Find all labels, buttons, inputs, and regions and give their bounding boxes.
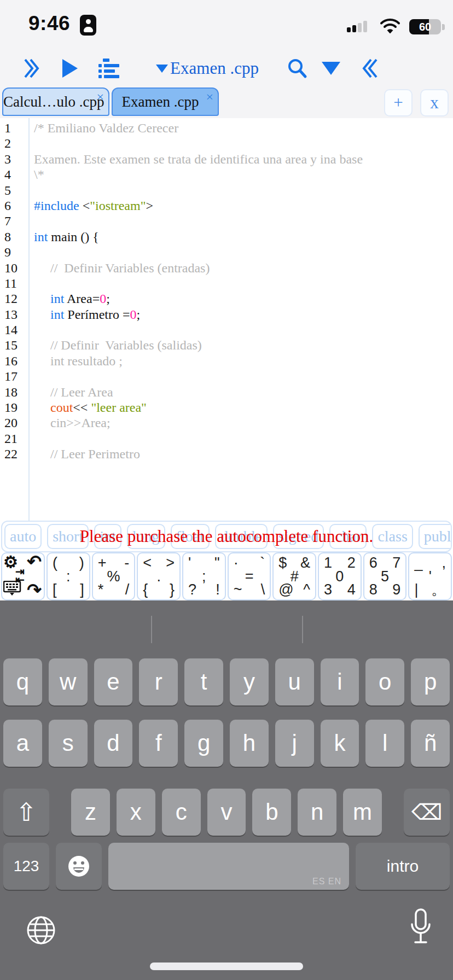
code-line: 20cin>>Area; (0, 415, 453, 430)
cellular-signal-icon (347, 21, 367, 32)
code-editor[interactable]: 1/* Emiliano Valdez Cerecer23Examen. Est… (0, 118, 453, 521)
tab-calcul-ulo-cpp[interactable]: Calcul…ulo .cpp× (2, 88, 109, 116)
tab-close-icon[interactable]: × (206, 90, 213, 104)
search-button[interactable] (287, 49, 307, 88)
symbol-c: 5 (381, 569, 389, 584)
key-y[interactable]: y (230, 658, 269, 705)
key-q[interactable]: q (3, 658, 42, 705)
autocomplete-chip-long[interactable]: long (127, 524, 165, 549)
symbol-key[interactable]: 67589 (363, 552, 407, 600)
symbol-tl: · (234, 556, 239, 570)
line-number: 20 (0, 415, 28, 430)
key-a[interactable]: a (3, 720, 42, 767)
current-file-name: Examen .cpp (170, 59, 259, 78)
autocomplete-chip-short[interactable]: short (47, 524, 89, 549)
autocomplete-chip-auto[interactable]: auto (4, 524, 42, 549)
numbers-key[interactable]: 123 (3, 843, 49, 890)
line-number: 11 (0, 276, 28, 291)
symbol-key[interactable]: ·`=~\ (228, 552, 271, 600)
home-indicator[interactable] (150, 962, 303, 970)
backspace-key[interactable]: ⌫ (404, 789, 450, 836)
key-n[interactable]: n (298, 789, 336, 836)
add-tab-button[interactable]: + (384, 89, 413, 116)
key-ñ[interactable]: ñ (411, 720, 450, 767)
key-o[interactable]: o (365, 658, 404, 705)
close-tabs-button[interactable]: x (420, 89, 449, 116)
emoji-key[interactable] (56, 843, 102, 890)
shift-key[interactable]: ⇧ (3, 789, 49, 836)
key-d[interactable]: d (94, 720, 133, 767)
key-t[interactable]: t (184, 658, 223, 705)
code-line: 17 (0, 369, 453, 384)
current-file-dropdown[interactable]: Examen .cpp (126, 49, 289, 88)
tab-bar: Calcul…ulo .cpp×Examen .cpp× + x (0, 88, 453, 118)
key-v[interactable]: v (207, 789, 246, 836)
symbol-key[interactable]: ():[] (47, 552, 90, 600)
double-chevron-right-icon[interactable] (23, 49, 39, 88)
symbol-tr: ` (260, 556, 265, 570)
key-j[interactable]: j (275, 720, 314, 767)
key-h[interactable]: h (230, 720, 269, 767)
autocomplete-chip-double[interactable]: double (215, 524, 268, 549)
key-k[interactable]: k (321, 720, 359, 767)
code-line: 16int resultado ; (0, 353, 453, 369)
key-z[interactable]: z (71, 789, 110, 836)
key-p[interactable]: p (411, 658, 450, 705)
double-chevron-left-icon[interactable] (362, 49, 379, 88)
autocomplete-chip-float[interactable]: float (171, 524, 210, 549)
symbol-key[interactable]: <>.{} (137, 552, 181, 600)
symbol-tr: 2 (347, 556, 356, 570)
autocomplete-chip-class[interactable]: class (372, 524, 413, 549)
redo-icon[interactable]: ↷ (27, 580, 42, 600)
key-c[interactable]: c (162, 789, 201, 836)
autocomplete-chip-char[interactable]: char (329, 524, 367, 549)
key-i[interactable]: i (321, 658, 359, 705)
key-s[interactable]: s (49, 720, 88, 767)
autocomplete-chip-signed[interactable]: signed (273, 524, 324, 549)
editor-toolbar: Examen .cpp (0, 49, 453, 88)
key-f[interactable]: f (139, 720, 178, 767)
line-number: 14 (0, 322, 28, 337)
hide-keyboard-icon[interactable] (3, 581, 22, 598)
autocomplete-bar: autoshortintlongfloatdoublesignedcharcla… (1, 521, 452, 552)
dropdown-triangle-icon (156, 65, 168, 73)
key-l[interactable]: l (365, 720, 404, 767)
autocomplete-chip-public[interactable]: public (419, 524, 452, 549)
symbol-key[interactable]: 12034 (318, 552, 362, 600)
key-g[interactable]: g (184, 720, 223, 767)
kb-row-3: ⇧ zxcvbnm ⌫ (0, 789, 453, 836)
dictation-mic-key[interactable] (408, 908, 433, 952)
jump-down-button[interactable] (322, 49, 340, 88)
tab-examen-cpp[interactable]: Examen .cpp× (112, 88, 219, 116)
code-lines: 1/* Emiliano Valdez Cerecer23Examen. Est… (0, 120, 453, 462)
space-key[interactable]: ES EN (108, 843, 349, 890)
key-e[interactable]: e (94, 658, 133, 705)
symbol-key[interactable]: _,'|。 (408, 552, 452, 600)
symbol-key[interactable]: +-%*/ (92, 552, 136, 600)
code-line: 13int Perímetro =0; (0, 307, 453, 322)
key-u[interactable]: u (275, 658, 314, 705)
globe-key[interactable] (25, 914, 57, 948)
key-r[interactable]: r (139, 658, 178, 705)
undo-icon[interactable]: ↶ (27, 551, 42, 572)
code-text: Examen. Este examen se trata de identifi… (34, 151, 363, 167)
symbol-list-button[interactable] (98, 49, 119, 88)
run-button[interactable] (62, 49, 78, 88)
line-number: 9 (0, 244, 28, 260)
code-text: int Area=0; (50, 291, 110, 306)
play-icon (62, 59, 78, 78)
symbol-key[interactable]: '";?! (182, 552, 226, 600)
symbol-key[interactable]: $&#@^ (272, 552, 316, 600)
symbol-bl: ~ (234, 582, 242, 597)
line-number: 16 (0, 353, 28, 369)
key-b[interactable]: b (252, 789, 291, 836)
symbol-tl: $ (278, 556, 287, 570)
kb-row-1: qwertyuiop (0, 658, 453, 705)
autocomplete-chip-int[interactable]: int (94, 524, 121, 549)
key-m[interactable]: m (343, 789, 382, 836)
key-x[interactable]: x (117, 789, 155, 836)
symbol-control-key[interactable]: ⚙ ↶ ⇥⇤ ↷ (1, 552, 45, 600)
key-w[interactable]: w (49, 658, 88, 705)
tab-close-icon[interactable]: × (96, 90, 104, 104)
return-key[interactable]: intro (356, 843, 450, 890)
